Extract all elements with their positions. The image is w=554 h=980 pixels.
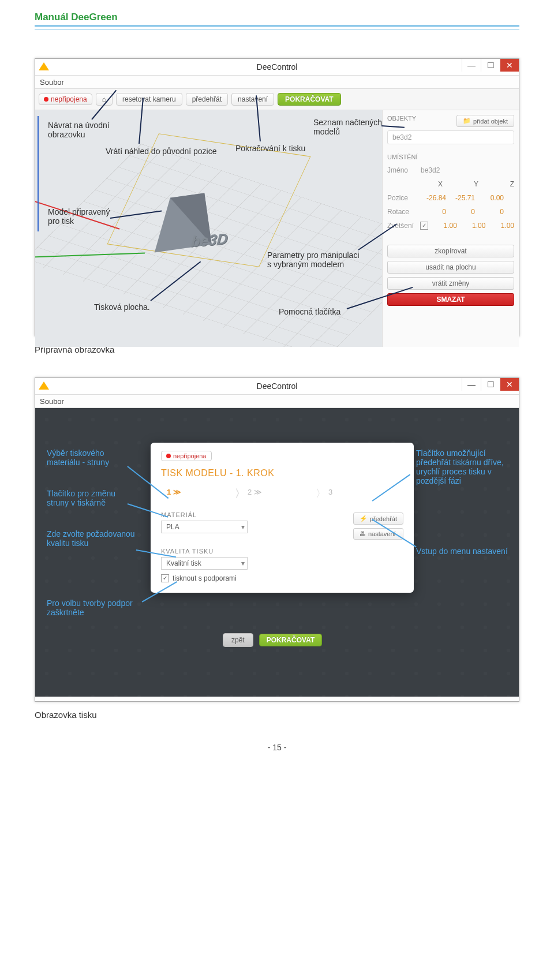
pos-y[interactable]: -25.71: [450, 194, 475, 202]
title-divider: [35, 25, 519, 29]
pos-x[interactable]: -26.84: [421, 194, 446, 202]
material-select[interactable]: PLA: [161, 521, 248, 533]
doc-title: Manuál DeeGreen: [35, 12, 519, 23]
rot-label: Rotace: [387, 208, 417, 216]
continue-button[interactable]: POKRAČOVAT: [278, 93, 341, 106]
modal-title: TISK MODELU - 1. KROK: [161, 468, 403, 478]
quality-select[interactable]: Kvalitní tisk: [161, 557, 248, 570]
object-list-item[interactable]: be3d2: [387, 130, 514, 144]
caption-2: Obrazovka tisku: [35, 710, 519, 720]
delete-button[interactable]: SMAZAT: [387, 293, 514, 306]
settings-button[interactable]: nastavení: [231, 93, 274, 106]
name-label: Jméno: [387, 166, 417, 174]
side-panel: OBJEKTY 📁přidat objekt be3d2 UMÍSTĚNÍ Jm…: [383, 110, 519, 347]
col-y: Y: [456, 180, 478, 188]
status-dot-icon: [166, 454, 171, 458]
rot-z[interactable]: 0: [478, 208, 504, 216]
annot-changestring: Tlačítko pro změnu struny v tiskárně: [47, 489, 133, 507]
annot-quality: Zde zvolte požadovanou kvalitu tisku: [47, 529, 139, 548]
preheat-button[interactable]: předehřát: [186, 93, 228, 106]
scale-lock-checkbox[interactable]: ✓: [420, 222, 428, 230]
print-modal: nepřipojena TISK MODELU - 1. KROK 1 ≫〉 2…: [151, 443, 414, 593]
close-icon[interactable]: ✕: [500, 378, 519, 391]
annot-params: Parametry pro manipulaci s vybraným mode…: [266, 249, 364, 270]
scale-label: Zvětšení: [387, 222, 417, 230]
minimize-icon[interactable]: —: [462, 59, 481, 72]
material-label: MATERIÁL: [161, 511, 342, 518]
rot-y[interactable]: 0: [450, 208, 475, 216]
annot-home: Návrat na úvodní obrazovku: [47, 119, 116, 140]
wizard-steps: 1 ≫〉 2 ≫〉 3: [161, 485, 403, 499]
seat-button[interactable]: usadit na plochu: [387, 261, 514, 274]
status-dot-icon: [44, 97, 48, 102]
minimize-icon[interactable]: —: [462, 378, 481, 391]
page-number: - 15 -: [35, 743, 519, 752]
continue-button-2[interactable]: POKRAČOVAT: [259, 634, 323, 646]
model-text: be3D: [190, 230, 229, 251]
pos-label: Pozice: [387, 194, 417, 202]
window-title-1: DeeControl: [257, 62, 298, 72]
back-button[interactable]: zpět: [223, 633, 253, 647]
model-preview[interactable]: be3D: [151, 197, 243, 266]
revert-button[interactable]: vrátit změny: [387, 277, 514, 290]
menubar-2[interactable]: Soubor: [35, 395, 519, 408]
name-value: be3d2: [421, 166, 440, 174]
scale-y[interactable]: 1.00: [461, 222, 486, 230]
annot-preheat: Tlačítko umožňující předehřát tiskárnu d…: [416, 448, 514, 485]
col-z: Z: [492, 180, 514, 188]
scale-z[interactable]: 1.00: [489, 222, 514, 230]
menubar-1[interactable]: Soubor: [35, 76, 519, 89]
app-logo-icon: [39, 381, 49, 390]
annot-helpbtns: Pomocná tlačítka: [278, 306, 342, 317]
folder-icon: 📁: [463, 117, 471, 125]
screenshot-1: DeeControl — ☐ ✕ Soubor nepřipojena ⌂ re…: [35, 58, 519, 336]
gear-icon: 🖶: [360, 530, 366, 537]
annot-settings: Vstup do menu nastavení: [416, 547, 514, 556]
annot-supports: Pro volbu tvorby podpor zaškrtněte: [47, 599, 145, 617]
axis-z: [38, 116, 39, 231]
annot-resetcam: Vrátí náhled do původní pozice: [104, 145, 226, 157]
quality-label: KVALITA TISKU: [161, 548, 403, 555]
supports-checkbox[interactable]: ✓tisknout s podporami: [161, 574, 237, 582]
step-1[interactable]: 1 ≫〉: [161, 485, 242, 499]
copy-button[interactable]: zkopírovat: [387, 245, 514, 257]
annot-model: Model připravený pro tisk: [47, 206, 116, 227]
titlebar-1: DeeControl — ☐ ✕: [35, 59, 519, 76]
scale-x[interactable]: 1.00: [432, 222, 457, 230]
annot-objects: Seznam načtených modelů: [312, 117, 387, 137]
add-object-button[interactable]: 📁přidat objekt: [456, 115, 514, 127]
objects-label: OBJEKTY: [387, 115, 416, 127]
rot-x[interactable]: 0: [421, 208, 446, 216]
screenshot-2: DeeControl — ☐ ✕ Soubor nepřipojena TISK…: [35, 377, 519, 702]
annot-printarea: Tisková plocha.: [93, 301, 151, 313]
reset-camera-button[interactable]: resetovat kameru: [116, 93, 182, 106]
pos-z[interactable]: 0.00: [478, 194, 504, 202]
connection-status: nepřipojena: [39, 93, 92, 105]
close-icon[interactable]: ✕: [500, 59, 519, 72]
annot-material: Výběr tiskového materiálu - struny: [47, 448, 133, 467]
annot-continue: Pokračování k tisku: [234, 143, 309, 154]
titlebar-2: DeeControl — ☐ ✕: [35, 378, 519, 395]
placement-label: UMÍSTĚNÍ: [387, 154, 514, 160]
maximize-icon[interactable]: ☐: [481, 378, 500, 391]
window-title-2: DeeControl: [257, 381, 298, 391]
step-2[interactable]: 2 ≫〉: [242, 485, 323, 499]
status-text: nepřipojena: [51, 95, 87, 103]
maximize-icon[interactable]: ☐: [481, 59, 500, 72]
app-logo-icon: [39, 62, 49, 70]
flame-icon: ⚡: [360, 515, 368, 522]
connection-status-2: nepřipojena: [161, 451, 212, 461]
col-x: X: [421, 180, 443, 188]
